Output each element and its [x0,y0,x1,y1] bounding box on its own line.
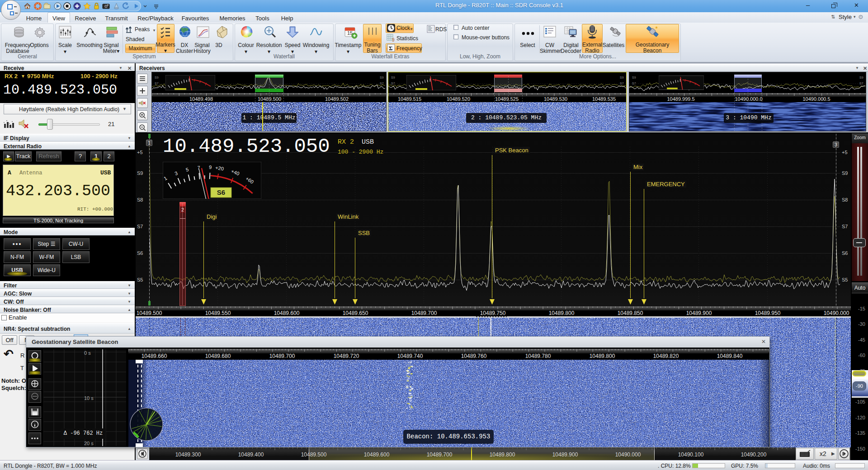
svg-text:S6: S6 [217,188,225,196]
svg-text:Σ: Σ [389,45,393,52]
svg-text:9: 9 [392,38,395,42]
svg-text:9: 9 [209,164,212,170]
